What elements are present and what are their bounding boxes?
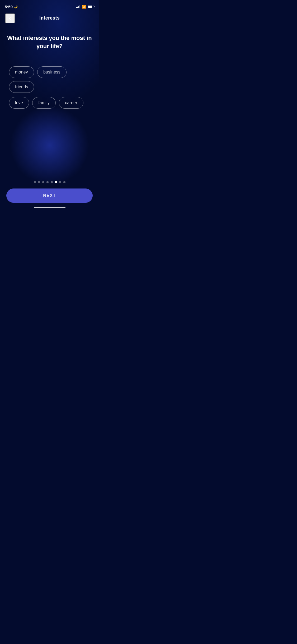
- progress-dots: [0, 181, 99, 183]
- chip-family[interactable]: family: [32, 97, 56, 109]
- status-bar: 5:59 🌙 📶: [0, 0, 99, 12]
- chips-container: money business friends love family caree…: [6, 66, 93, 109]
- back-chevron-icon: ‹: [9, 15, 11, 21]
- page-title: Interests: [39, 15, 60, 21]
- dot-5: [51, 181, 53, 183]
- signal-bars: [76, 5, 80, 8]
- bg-glow-center: [10, 106, 89, 185]
- dot-8: [63, 181, 65, 183]
- chip-business[interactable]: business: [37, 66, 67, 78]
- chip-money[interactable]: money: [9, 66, 34, 78]
- dot-7: [59, 181, 61, 183]
- moon-icon: 🌙: [14, 5, 18, 8]
- page-header: ‹ Interests: [0, 13, 99, 24]
- chip-love[interactable]: love: [9, 97, 29, 109]
- battery-icon: [88, 5, 94, 8]
- chip-career[interactable]: career: [59, 97, 83, 109]
- status-icons: 📶: [76, 5, 94, 9]
- chips-row-1: money business friends: [9, 66, 90, 93]
- dot-6: [55, 181, 57, 183]
- wifi-icon: 📶: [82, 5, 86, 9]
- time-display: 5:59: [5, 4, 13, 9]
- dot-3: [42, 181, 44, 183]
- question-text: What interests you the most in your life…: [6, 34, 93, 50]
- dot-1: [34, 181, 36, 183]
- chip-friends[interactable]: friends: [9, 81, 34, 93]
- dot-2: [38, 181, 40, 183]
- home-indicator: [34, 207, 65, 208]
- chips-row-2: love family career: [9, 97, 90, 109]
- dot-4: [46, 181, 49, 183]
- main-content: What interests you the most in your life…: [0, 24, 99, 109]
- back-button[interactable]: ‹: [5, 13, 15, 23]
- next-button[interactable]: NEXT: [6, 188, 93, 203]
- bottom-area: NEXT: [0, 181, 99, 215]
- status-time: 5:59 🌙: [5, 4, 18, 9]
